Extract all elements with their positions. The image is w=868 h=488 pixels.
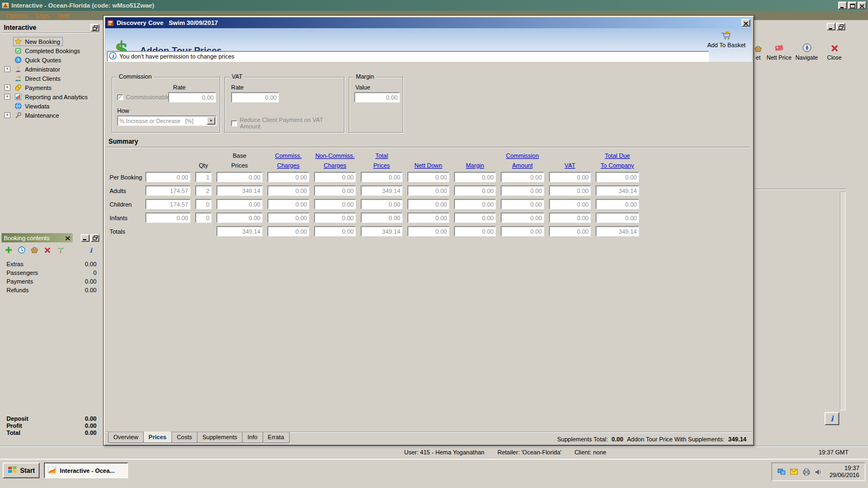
field-totals-col7[interactable]: 0.00 (454, 226, 496, 236)
field-per-booking-col0[interactable]: 0.00 (145, 172, 190, 182)
field-per-booking-col1[interactable]: 1 (195, 172, 212, 182)
field-adults-col0[interactable]: 174.57 (145, 185, 190, 196)
info-icon[interactable]: i (87, 246, 95, 254)
field-infants-col6[interactable]: 0.00 (407, 213, 449, 223)
field-children-col5[interactable]: 0.00 (361, 199, 403, 209)
field-infants-col4[interactable]: 0.00 (314, 213, 356, 223)
field-children-col4[interactable]: 0.00 (314, 199, 356, 209)
field-adults-col9[interactable]: 0.00 (549, 185, 591, 196)
reduce-vat-checkbox[interactable]: Reduce Client Payment on VAT Amount (231, 117, 344, 130)
field-per-booking-col3[interactable]: 0.00 (267, 172, 309, 182)
field-totals-col8[interactable]: 0.00 (501, 226, 544, 236)
sidebar-item-viewdata[interactable]: Viewdata (0, 101, 101, 111)
field-children-col8[interactable]: 0.00 (501, 199, 544, 209)
column-header-total[interactable]: Total (361, 152, 403, 159)
field-totals-col10[interactable]: 349.14 (596, 226, 639, 236)
field-infants-col10[interactable]: 0.00 (596, 213, 639, 223)
booking-row-extras[interactable]: Extras0.00 (0, 260, 101, 268)
field-totals-col3[interactable]: 0.00 (267, 226, 309, 236)
expand-plus-icon[interactable]: + (4, 85, 10, 91)
dialog-close-button[interactable] (742, 19, 750, 27)
expand-plus-icon[interactable]: + (4, 112, 10, 118)
field-per-booking-col6[interactable]: 0.00 (407, 172, 449, 182)
booking-contents-minimize-button[interactable] (81, 234, 90, 242)
field-children-col2[interactable]: 0.00 (216, 199, 263, 209)
booking-row-total[interactable]: Total0.00 (0, 429, 101, 436)
start-button[interactable]: Start (3, 463, 40, 478)
field-totals-col9[interactable]: 0.00 (549, 226, 591, 236)
menu-options[interactable]: Options (2, 12, 31, 20)
booking-contents-titlebar[interactable]: Booking contents (2, 233, 73, 242)
column-header-commiss[interactable]: Commiss. (267, 152, 309, 159)
sidebar-item-new-booking[interactable]: New Booking (0, 37, 101, 46)
print-icon[interactable] (802, 468, 810, 476)
field-infants-col2[interactable]: 0.00 (216, 213, 263, 223)
commissionable-checkbox[interactable]: ✓ Commissionable (117, 94, 170, 100)
menu-logs[interactable]: Logs (31, 12, 53, 20)
booking-row-profit[interactable]: Profit0.00 (0, 422, 101, 429)
volume-icon[interactable] (815, 468, 822, 476)
column-header-margin[interactable]: Margin (454, 162, 496, 169)
tab-prices[interactable]: Prices (143, 432, 172, 443)
field-adults-col6[interactable]: 0.00 (407, 185, 449, 196)
window-maximize-button[interactable] (848, 2, 857, 9)
tab-errata[interactable]: Errata (263, 432, 290, 443)
field-adults-col7[interactable]: 0.00 (454, 185, 496, 196)
margin-value-input[interactable]: 0.00 (354, 92, 400, 102)
basket-icon[interactable] (30, 246, 39, 254)
field-adults-col10[interactable]: 349.14 (596, 185, 639, 196)
mdi-minimize-button[interactable] (827, 23, 835, 30)
window-close-button[interactable] (858, 2, 866, 9)
column-header-amount[interactable]: Amount (501, 162, 544, 169)
field-totals-col6[interactable]: 0.00 (407, 226, 449, 236)
field-infants-col5[interactable]: 0.00 (361, 213, 403, 223)
field-totals-col4[interactable]: 0.00 (314, 226, 356, 236)
field-adults-col5[interactable]: 349.14 (361, 185, 403, 196)
vat-rate-input[interactable]: 0.00 (231, 92, 279, 102)
booking-contents-restore-button[interactable] (91, 234, 99, 242)
commission-rate-input[interactable]: 0.00 (168, 92, 216, 102)
tab-costs[interactable]: Costs (171, 432, 197, 443)
column-header-prices[interactable]: Prices (361, 162, 403, 169)
field-adults-col8[interactable]: 0.00 (501, 185, 544, 196)
column-header-charges[interactable]: Charges (267, 162, 309, 169)
field-adults-col3[interactable]: 0.00 (267, 185, 309, 196)
add-to-basket-button[interactable]: Add To Basket (703, 31, 750, 48)
sidebar-item-quick-quotes[interactable]: Quick Quotes (0, 55, 101, 65)
field-infants-col8[interactable]: 0.00 (501, 213, 544, 223)
field-children-col3[interactable]: 0.00 (267, 199, 309, 209)
toolbar-button-nett-price[interactable]: Nett Price (766, 41, 792, 65)
field-adults-col4[interactable]: 0.00 (314, 185, 356, 196)
booking-row-refunds[interactable]: Refunds0.00 (0, 286, 101, 294)
tour-icon[interactable] (56, 246, 65, 254)
field-per-booking-col4[interactable]: 0.00 (314, 172, 356, 182)
scrollbar[interactable] (840, 191, 846, 410)
sidebar-item-administrator[interactable]: +Administrator (0, 65, 101, 74)
field-infants-col7[interactable]: 0.00 (454, 213, 496, 223)
sidebar-item-reporting-and-analytics[interactable]: +Reporting and Analytics (0, 92, 101, 101)
menu-help[interactable]: Help (53, 12, 74, 20)
expand-plus-icon[interactable]: + (4, 94, 10, 100)
field-per-booking-col9[interactable]: 0.00 (549, 172, 591, 182)
sidebar-item-maintenance[interactable]: +Maintenance (0, 111, 101, 120)
column-header-commission[interactable]: Commission (501, 152, 544, 159)
column-header-vat[interactable]: VAT (549, 162, 591, 169)
field-children-col9[interactable]: 0.00 (549, 199, 591, 209)
toolbar-button-navigate[interactable]: Navigate (794, 41, 820, 65)
field-children-col6[interactable]: 0.00 (407, 199, 449, 209)
field-per-booking-col8[interactable]: 0.00 (501, 172, 544, 182)
sidebar-item-payments[interactable]: +Payments (0, 83, 101, 92)
field-children-col10[interactable]: 0.00 (596, 199, 639, 209)
field-per-booking-col10[interactable]: 0.00 (596, 172, 639, 182)
sidebar-item-direct-clients[interactable]: Direct Clients (0, 74, 101, 83)
column-header-to-company[interactable]: To Company (596, 162, 639, 169)
field-children-col1[interactable]: 0 (195, 199, 212, 209)
field-adults-col2[interactable]: 349.14 (216, 185, 263, 196)
history-icon[interactable] (17, 246, 25, 254)
tab-supplements[interactable]: Supplements (197, 432, 242, 443)
toolbar-button-close[interactable]: Close (821, 41, 847, 65)
column-header-nett-down[interactable]: Nett Down (407, 162, 449, 169)
tab-overview[interactable]: Overview (108, 432, 144, 443)
info-button[interactable]: i (825, 412, 839, 425)
field-per-booking-col5[interactable]: 0.00 (361, 172, 403, 182)
